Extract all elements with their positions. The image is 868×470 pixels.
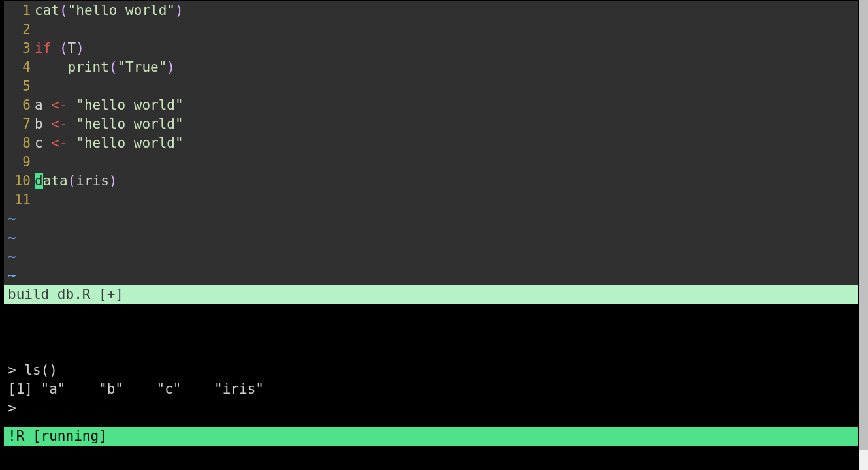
terminal-pane[interactable]: > ls()[1] "a" "b" "c" "iris"> [4,304,858,427]
code-line[interactable]: 2 [4,20,858,39]
terminal-line: > ls() [8,361,858,380]
empty-line-tilde: ~ [4,266,858,285]
empty-line-tilde: ~ [4,247,858,266]
vim-screen: 1cat("hello world")23if (T)4 print("True… [4,1,858,458]
line-number: 10 [4,172,35,191]
code-line[interactable]: 9 [4,153,858,172]
editor-status-bar: build_db.R [+] [4,285,858,304]
line-number: 3 [4,39,35,58]
code-line[interactable]: 6a <- "hello world" [4,96,858,115]
line-number: 5 [4,77,35,96]
scrollbar-track[interactable] [859,0,868,470]
code-line[interactable]: 8c <- "hello world" [4,134,858,153]
line-number: 11 [4,191,35,210]
scrollbar-thumb[interactable] [859,0,868,450]
code-content[interactable]: a <- "hello world" [35,97,184,113]
code-line[interactable]: 7b <- "hello world" [4,115,858,134]
editor-pane[interactable]: 1cat("hello world")23if (T)4 print("True… [4,1,858,285]
code-content[interactable]: data(iris) [35,173,117,189]
code-line[interactable]: 10data(iris) [4,172,858,191]
terminal-line: > [8,399,858,418]
code-content[interactable]: cat("hello world") [35,3,184,18]
terminal-line: [1] "a" "b" "c" "iris" [8,380,858,399]
code-content[interactable]: print("True") [35,59,175,75]
line-number: 8 [4,134,35,153]
terminal-status-bar: !R [running] [4,427,858,446]
code-content[interactable]: c <- "hello world" [35,135,184,151]
command-line-area[interactable] [4,446,858,458]
code-line[interactable]: 5 [4,77,858,96]
line-number: 7 [4,115,35,134]
code-line[interactable]: 11 [4,191,858,210]
code-content[interactable]: if (T) [35,40,84,56]
code-line[interactable]: 1cat("hello world") [4,1,858,20]
code-line[interactable]: 4 print("True") [4,58,858,77]
code-content[interactable]: b <- "hello world" [35,116,184,132]
line-number: 4 [4,58,35,77]
empty-line-tilde: ~ [4,210,858,228]
line-number: 9 [4,153,35,172]
line-number: 1 [4,1,35,20]
empty-line-tilde: ~ [4,228,858,247]
line-number: 2 [4,20,35,39]
line-number: 6 [4,96,35,115]
code-line[interactable]: 3if (T) [4,39,858,58]
text-cursor [474,174,474,188]
